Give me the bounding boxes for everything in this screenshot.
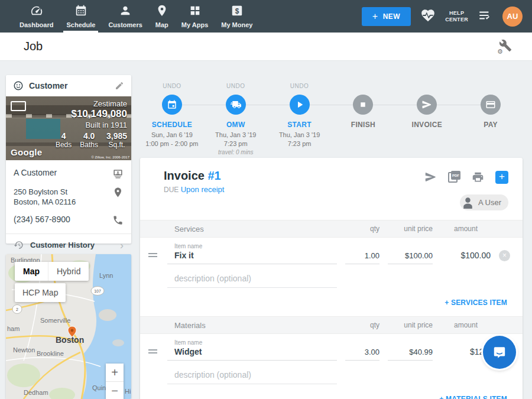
description-input[interactable] [167,368,337,384]
services-section-header: Services qty unit price amount [140,220,523,238]
help-center-link[interactable]: HELP CENTER [445,10,468,23]
step-omw[interactable]: UNDO OMW Thu, Jan 3 '19 7:23 pm travel: … [204,83,268,156]
qty-input[interactable] [345,250,379,264]
step-finish[interactable]: FINISH [331,83,395,156]
qty-input[interactable] [345,346,379,361]
zoom-out-button[interactable]: − [106,382,124,399]
map-widget[interactable]: 93 107 2 Burlington Lynn Somerville ham … [6,254,131,399]
step-pay[interactable]: PAY [459,83,523,156]
due-terms-link[interactable]: Upon receipt [181,185,225,194]
step-start[interactable]: UNDO START Thu, Jan 3 '19 7:23 pm [268,83,332,156]
grid-icon [189,4,202,20]
add-invoice-button[interactable]: + [495,171,508,184]
drag-handle[interactable] [148,251,157,259]
gear-icon: ⚙ [497,48,503,56]
map-type-control: Map Hybrid [15,262,89,281]
invoice-step-icon[interactable] [417,95,437,115]
assignee-chip[interactable]: A User [460,194,508,210]
map-zoom-control: + − [106,364,124,399]
top-nav: Dashboard Schedule Customers Map My Apps… [0,0,532,33]
step-label: SCHEDULE [152,121,192,129]
nav-actions: + NEW HELP CENTER AU [362,7,523,27]
user-avatar[interactable]: AU [502,7,523,27]
item-name-input[interactable] [167,346,337,361]
nav-item-map[interactable]: Map [149,0,175,33]
checklist-icon[interactable] [478,8,493,25]
nav-item-customers[interactable]: Customers [102,0,148,33]
nav-label: Dashboard [20,21,53,28]
schedule-step-icon[interactable] [162,95,182,115]
customer-history-link[interactable]: Customer History › [6,233,131,256]
line-item-row: $100.00 × [140,249,523,264]
truck-icon [231,99,241,110]
line-item-row: Item name [140,243,523,249]
print-icon[interactable] [472,171,484,183]
edit-pencil-icon[interactable] [115,81,124,90]
phone-icon[interactable] [112,215,124,226]
nav-label: Map [155,21,168,28]
unit-price-input[interactable] [388,346,433,361]
hcp-map-control: HCP Map [15,283,66,302]
customer-card: Customer Zestimate $10,149,080 Built in … [6,75,131,244]
item-name-input[interactable] [167,249,337,264]
hcp-map-button[interactable]: HCP Map [15,283,66,302]
map-pin-icon [155,4,168,20]
undo-link[interactable]: UNDO [163,83,181,90]
customer-face-icon [13,80,24,91]
health-heart-icon[interactable] [420,8,436,25]
shield-2: 2 [12,305,22,314]
contact-card-icon[interactable] [112,168,124,179]
section-name: Materials [167,321,337,330]
send-invoice-icon[interactable] [424,171,437,183]
job-settings-button[interactable]: ⚙ [499,39,514,54]
start-step-icon[interactable] [290,95,310,115]
undo-link[interactable]: UNDO [290,83,309,90]
sqft-label: Sq.ft. [106,141,127,149]
fullscreen-icon [11,101,26,111]
finish-step-icon[interactable] [353,95,373,115]
description-input[interactable] [167,271,337,288]
step-label: START [287,121,312,129]
pay-step-icon[interactable] [481,95,501,115]
invoice-number[interactable]: #1 [207,169,220,182]
customer-name: A Customer [14,168,57,177]
shield-107: 107 [91,287,104,296]
omw-step-icon[interactable] [226,95,246,115]
nav-tabs: Dashboard Schedule Customers Map My Apps… [13,0,259,33]
undo-link[interactable]: UNDO [226,83,245,90]
unit-price-input[interactable] [388,250,433,264]
help-line2: CENTER [445,17,468,23]
map-type-map-button[interactable]: Map [15,262,48,281]
avatar-silhouette-icon [460,195,475,210]
col-qty: qty [345,225,379,233]
zoom-in-button[interactable]: + [106,364,124,381]
step-schedule[interactable]: UNDO SCHEDULE Sun, Jan 6 '19 1:00 pm - 2… [140,83,204,156]
chevron-right-icon: › [120,240,124,251]
map-label-brookline: Brookline [37,350,64,357]
travel-time: travel: 0 mins [215,148,256,156]
job-header: Job ⚙ [0,33,532,61]
page-title: Job [24,40,43,53]
step-invoice[interactable]: INVOICE [395,83,459,156]
map-type-hybrid-button[interactable]: Hybrid [48,262,89,281]
pdf-icon[interactable]: PDF [448,171,460,183]
delete-item-icon[interactable]: × [499,250,510,261]
send-icon [421,99,432,110]
customer-card-title: Customer [29,81,115,90]
sqft-value: 3,985 [106,131,127,141]
nav-item-dashboard[interactable]: Dashboard [13,0,60,33]
nav-label: My Money [221,21,252,28]
property-photo[interactable]: Zestimate $10,149,080 Built in 1911 4Bed… [6,96,131,160]
nav-item-schedule[interactable]: Schedule [60,0,102,33]
new-button[interactable]: + NEW [362,7,411,26]
nav-item-my-apps[interactable]: My Apps [175,0,215,33]
add-services-item-link[interactable]: + SERVICES ITEM [140,288,523,316]
location-pin-icon[interactable] [112,187,124,198]
add-materials-item-link[interactable]: + MATERIALS ITEM [140,384,523,399]
google-watermark: Google [11,147,42,157]
built-year: Built in 1911 [56,120,127,130]
drag-handle[interactable] [148,348,157,355]
chat-launcher-button[interactable] [483,336,516,369]
nav-item-my-money[interactable]: $ My Money [215,0,259,33]
materials-section-header: Materials qty unit price amount [140,316,523,334]
